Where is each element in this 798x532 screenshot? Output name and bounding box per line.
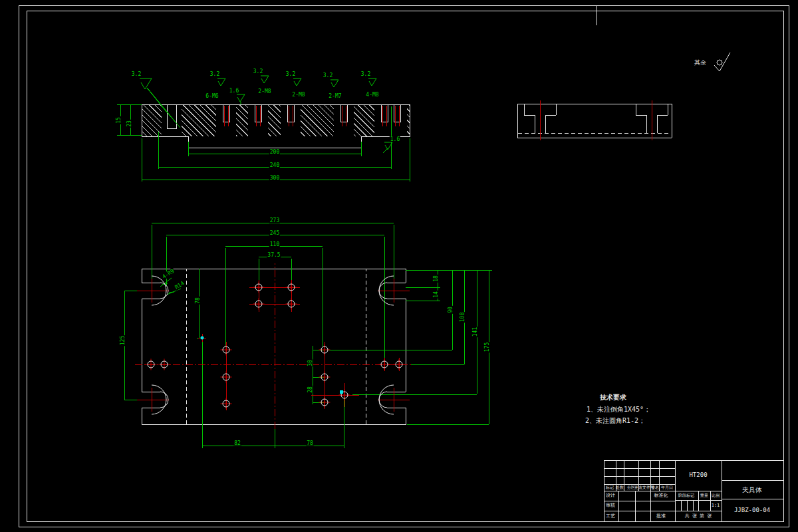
slot-arc bbox=[152, 385, 166, 414]
title-block-line bbox=[722, 499, 783, 499]
dim-label: 141 bbox=[472, 327, 478, 337]
surface-note-label: 其余 bbox=[694, 59, 706, 67]
roughness-flag-icon bbox=[383, 142, 392, 153]
th-count: 处数 bbox=[616, 485, 624, 491]
title-block-line bbox=[722, 480, 783, 481]
roughness-flag-icon bbox=[217, 78, 225, 86]
row-design: 设计 bbox=[606, 492, 615, 499]
title-block-line bbox=[624, 460, 624, 491]
dim-label: 125 bbox=[120, 335, 126, 346]
th-date: 年月日 bbox=[661, 485, 673, 491]
title-block-line bbox=[722, 460, 722, 521]
roughness-flag-icon bbox=[261, 76, 269, 83]
selected-hole-grip[interactable] bbox=[340, 390, 343, 394]
title-block-line bbox=[675, 511, 722, 511]
slot-arc bbox=[152, 276, 166, 305]
dim-label: 18 bbox=[433, 275, 439, 283]
dim-label: 175 bbox=[484, 342, 490, 352]
roughness-value: 3.2 bbox=[360, 71, 371, 77]
dim-label: 90 bbox=[448, 306, 454, 314]
thread-hole-label: 2-M7 bbox=[328, 93, 342, 99]
diagonal-overlay bbox=[0, 0, 798, 532]
th-sign: 签名 bbox=[651, 485, 659, 491]
slot-arc bbox=[379, 385, 394, 414]
selected-point-marker[interactable] bbox=[201, 336, 204, 340]
dim-label: 15 bbox=[116, 116, 122, 124]
slot-arc bbox=[379, 276, 394, 305]
dim-label: 37.5 bbox=[267, 252, 281, 258]
roughness-value: 1.6 bbox=[390, 136, 400, 142]
material-label: HT200 bbox=[689, 471, 707, 478]
thread-hole-label: 2-M8 bbox=[291, 92, 305, 98]
row-process: 工艺 bbox=[606, 513, 615, 519]
dim-label: 23 bbox=[126, 120, 132, 128]
dim-label: 200 bbox=[269, 149, 280, 155]
title-block-line bbox=[659, 460, 660, 491]
title-block-line bbox=[618, 491, 619, 521]
title-block-line bbox=[687, 500, 688, 511]
row-approve: 批准 bbox=[656, 513, 666, 519]
scale-label: 比例 bbox=[712, 493, 720, 499]
dim-label: 240 bbox=[269, 162, 280, 168]
thread-hole-label: 4-M8 bbox=[365, 92, 379, 98]
thread-hole-label: 2-M8 bbox=[257, 88, 271, 94]
row-standard: 标准化 bbox=[654, 492, 668, 499]
scale-value: 1:1 bbox=[712, 503, 720, 508]
dim-label: 110 bbox=[269, 241, 280, 247]
dim-label: 300 bbox=[269, 175, 280, 181]
roughness-value: 3.2 bbox=[209, 71, 220, 77]
dim-label: 78 bbox=[195, 297, 201, 305]
cad-drawing-canvas: 200 240 300 15 23 6-M6 2-M8 2-M8 2-M7 4-… bbox=[0, 0, 798, 532]
title-block-line bbox=[604, 476, 675, 477]
tech-req-item: 2、未注圆角R1-2； bbox=[585, 416, 645, 426]
roughness-value: 3.2 bbox=[285, 71, 296, 77]
dim-label: 245 bbox=[269, 230, 280, 236]
roughness-value: 3.2 bbox=[323, 72, 333, 78]
title-block-line bbox=[650, 491, 651, 521]
roughness-flag-icon bbox=[331, 80, 338, 87]
thread-hole-label: 6-M6 bbox=[205, 93, 219, 99]
title-block-line bbox=[635, 491, 636, 521]
dim-label: 28 bbox=[307, 386, 313, 394]
slot-arc bbox=[160, 283, 168, 299]
weight-label: 重量 bbox=[700, 493, 708, 499]
dim-label: 14 bbox=[433, 291, 439, 299]
dim-label: 108 bbox=[460, 312, 466, 323]
title-block-line bbox=[604, 501, 675, 501]
roughness-flag-icon bbox=[237, 94, 245, 104]
stage-label: 阶段标记 bbox=[678, 493, 694, 499]
surface-finish-circle-icon bbox=[717, 60, 722, 65]
dim-label: 82 bbox=[233, 440, 241, 446]
roughness-flag-icon bbox=[293, 78, 301, 86]
title-block-line bbox=[604, 511, 675, 511]
th-mark: 标记 bbox=[606, 485, 614, 491]
roughness-flag-icon bbox=[368, 78, 376, 86]
dim-label: 273 bbox=[269, 217, 280, 223]
title-block-line bbox=[698, 491, 699, 511]
title-block-line bbox=[681, 500, 682, 511]
dim-label: 78 bbox=[306, 440, 314, 446]
drawing-number-label: JJBZ-00-04 bbox=[734, 507, 770, 513]
roughness-value: 1.6 bbox=[229, 88, 239, 94]
tech-req-title: 技术要求 bbox=[600, 393, 626, 402]
roughness-value: 3.2 bbox=[253, 68, 263, 74]
title-block-line bbox=[693, 500, 694, 511]
part-name-label: 夹具体 bbox=[742, 485, 762, 495]
row-check: 审核 bbox=[606, 502, 615, 509]
slot-arc bbox=[160, 392, 168, 408]
sheet-label: 共 张 第 张 bbox=[685, 513, 712, 519]
tech-req-item: 1、未注倒角1X45°； bbox=[587, 405, 650, 414]
roughness-flag-icon bbox=[140, 78, 152, 89]
dim-label: 30 bbox=[307, 359, 313, 367]
title-block-line bbox=[698, 491, 718, 491]
title-block-line bbox=[604, 468, 675, 469]
roughness-value: 3.2 bbox=[131, 71, 142, 77]
